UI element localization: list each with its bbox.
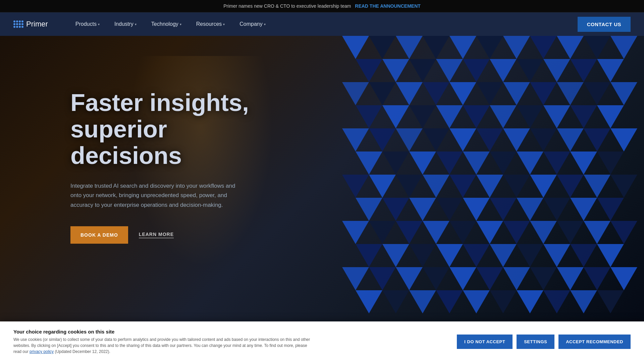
announcement-bar: Primer names new CRO & CTO to executive … (0, 0, 644, 12)
svg-marker-113 (557, 267, 584, 290)
svg-marker-7 (530, 36, 557, 59)
nav-products[interactable]: Products ▾ (68, 12, 107, 36)
svg-marker-20 (597, 59, 624, 82)
svg-marker-4 (449, 36, 476, 59)
nav-industry-label: Industry (114, 21, 133, 27)
announcement-link[interactable]: READ THE ANNOUNCEMENT (355, 3, 420, 9)
svg-marker-51 (584, 128, 610, 152)
svg-marker-87 (423, 221, 449, 244)
svg-marker-101 (517, 244, 543, 267)
svg-marker-65 (396, 175, 423, 198)
svg-marker-63 (342, 175, 369, 198)
svg-marker-89 (476, 221, 503, 244)
svg-marker-33 (382, 105, 409, 128)
svg-marker-86 (396, 221, 423, 244)
svg-marker-125 (597, 290, 624, 313)
svg-marker-71 (557, 175, 584, 198)
svg-marker-54 (382, 152, 409, 175)
book-demo-button[interactable]: BOOK A DEMO (70, 226, 128, 244)
svg-marker-80 (517, 198, 543, 221)
svg-marker-94 (610, 221, 637, 244)
cookie-body: We use cookies (or similar) to collect s… (13, 337, 315, 355)
svg-marker-22 (369, 82, 396, 105)
svg-marker-23 (396, 82, 423, 105)
svg-marker-25 (449, 82, 476, 105)
svg-marker-35 (436, 105, 463, 128)
svg-marker-55 (409, 152, 436, 175)
learn-more-link[interactable]: LEARN MORE (139, 232, 174, 238)
svg-marker-72 (584, 175, 610, 198)
svg-marker-16 (490, 59, 517, 82)
svg-marker-77 (436, 198, 463, 221)
svg-marker-105 (342, 267, 369, 290)
svg-marker-69 (503, 175, 530, 198)
cookie-buttons: I DO NOT ACCEPT SETTINGS ACCEPT RECOMMEN… (457, 335, 631, 349)
do-not-accept-button[interactable]: I DO NOT ACCEPT (457, 335, 513, 349)
svg-marker-103 (570, 244, 597, 267)
svg-marker-8 (557, 36, 584, 59)
svg-marker-122 (517, 290, 543, 313)
logo[interactable]: Primer (13, 20, 48, 28)
svg-marker-121 (490, 290, 517, 313)
svg-marker-124 (570, 290, 597, 313)
logo-icon (13, 20, 23, 28)
svg-marker-57 (463, 152, 490, 175)
svg-marker-6 (503, 36, 530, 59)
svg-marker-39 (543, 105, 570, 128)
chevron-down-icon: ▾ (223, 22, 225, 26)
svg-marker-9 (584, 36, 610, 59)
svg-marker-82 (570, 198, 597, 221)
nav-industry[interactable]: Industry ▾ (107, 12, 144, 36)
svg-marker-41 (597, 105, 624, 128)
svg-marker-106 (369, 267, 396, 290)
svg-marker-60 (543, 152, 570, 175)
cookie-title: Your choice regarding cookies on this si… (13, 329, 443, 335)
svg-marker-67 (449, 175, 476, 198)
svg-marker-96 (382, 244, 409, 267)
svg-marker-79 (490, 198, 517, 221)
svg-marker-110 (476, 267, 503, 290)
svg-marker-99 (463, 244, 490, 267)
svg-marker-59 (517, 152, 543, 175)
nav-products-label: Products (75, 21, 97, 27)
svg-marker-10 (610, 36, 637, 59)
svg-marker-34 (409, 105, 436, 128)
svg-marker-44 (396, 128, 423, 152)
svg-marker-32 (356, 105, 382, 128)
svg-marker-27 (503, 82, 530, 105)
svg-marker-61 (570, 152, 597, 175)
nav-resources[interactable]: Resources ▾ (189, 12, 232, 36)
contact-us-button[interactable]: CONTACT US (578, 17, 631, 32)
svg-marker-76 (409, 198, 436, 221)
svg-marker-28 (530, 82, 557, 105)
svg-marker-14 (436, 59, 463, 82)
cookie-banner: Your choice regarding cookies on this si… (0, 321, 644, 362)
svg-marker-83 (597, 198, 624, 221)
svg-marker-13 (409, 59, 436, 82)
svg-marker-50 (557, 128, 584, 152)
svg-marker-117 (382, 290, 409, 313)
svg-marker-18 (543, 59, 570, 82)
svg-marker-5 (476, 36, 503, 59)
svg-marker-78 (463, 198, 490, 221)
svg-marker-62 (597, 152, 624, 175)
svg-marker-1 (369, 36, 396, 59)
privacy-policy-link[interactable]: privacy policy (30, 349, 54, 354)
svg-marker-26 (476, 82, 503, 105)
nav-technology[interactable]: Technology ▾ (144, 12, 189, 36)
accept-recommended-button[interactable]: ACCEPT RECOMMENDED (558, 335, 631, 349)
svg-marker-90 (503, 221, 530, 244)
svg-marker-11 (356, 59, 382, 82)
svg-marker-119 (436, 290, 463, 313)
svg-marker-37 (490, 105, 517, 128)
svg-marker-92 (557, 221, 584, 244)
svg-marker-73 (610, 175, 637, 198)
settings-button[interactable]: SETTINGS (517, 335, 554, 349)
svg-marker-21 (342, 82, 369, 105)
svg-marker-36 (463, 105, 490, 128)
navbar: Primer Products ▾ Industry ▾ Technology … (0, 12, 644, 36)
nav-company[interactable]: Company ▾ (232, 12, 273, 36)
svg-marker-66 (423, 175, 449, 198)
svg-marker-74 (356, 198, 382, 221)
svg-marker-40 (570, 105, 597, 128)
